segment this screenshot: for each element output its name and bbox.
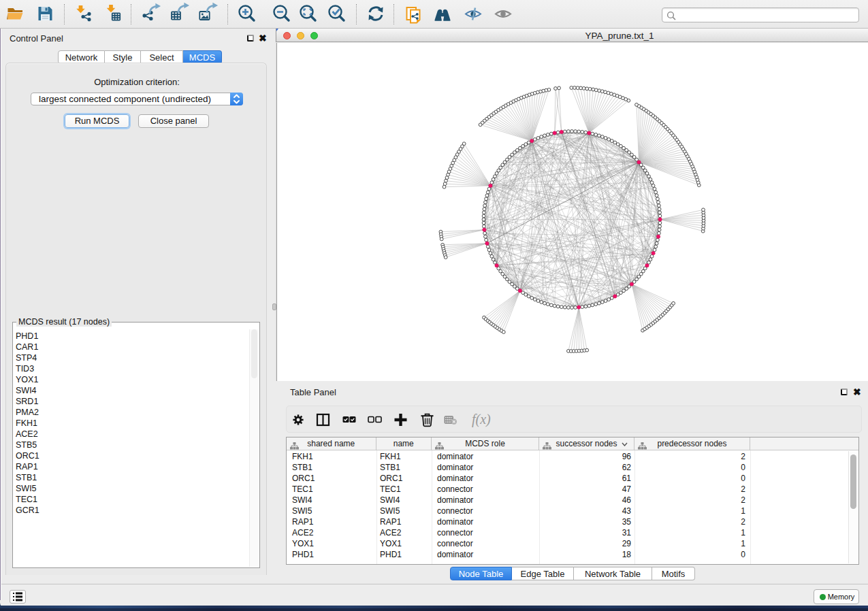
svg-text:f(x): f(x) xyxy=(472,412,491,427)
